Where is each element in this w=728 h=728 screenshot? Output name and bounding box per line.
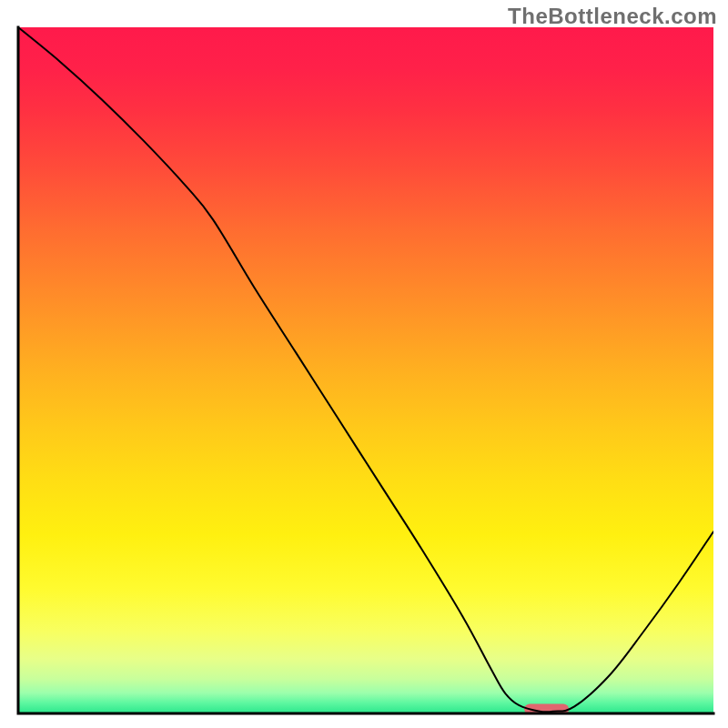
bottleneck-chart — [0, 0, 728, 728]
gradient-background — [18, 27, 713, 713]
chart-stage: TheBottleneck.com — [0, 0, 728, 728]
watermark-label: TheBottleneck.com — [508, 4, 717, 29]
